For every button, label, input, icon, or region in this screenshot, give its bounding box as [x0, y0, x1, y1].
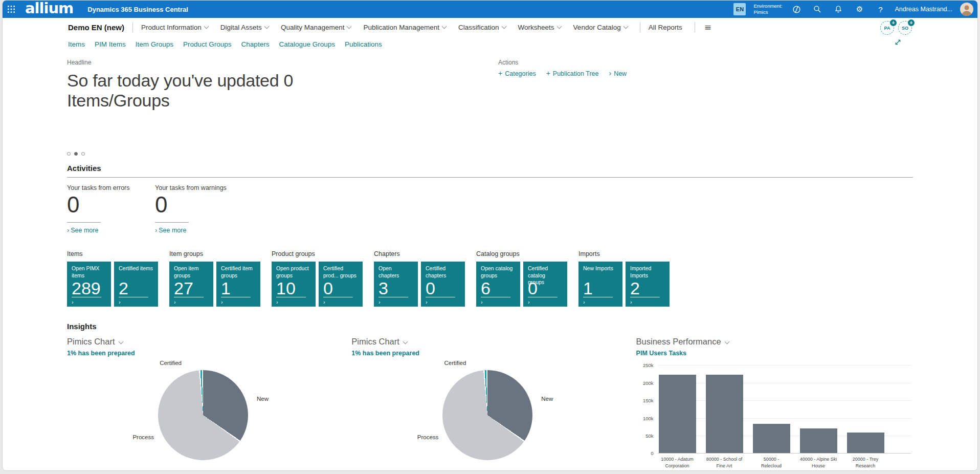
- environment-info[interactable]: Environment: Pimics: [753, 3, 782, 16]
- pie-label-new: New: [541, 396, 553, 402]
- user-avatar[interactable]: [960, 3, 973, 16]
- headline-section: Headline So far today you've updated 0 I…: [67, 59, 913, 135]
- cue-tile-open-product-groups[interactable]: Open product groups10›: [272, 262, 316, 307]
- x-category-label: 50000 - Relecloud: [753, 456, 790, 468]
- sub-nav-publications[interactable]: Publications: [345, 40, 382, 48]
- nav-menu-digital-assets[interactable]: Digital Assets: [220, 24, 269, 31]
- chevron-right-icon: ›: [67, 227, 69, 234]
- cue-tile-value: 0: [323, 279, 358, 297]
- cue-tile-open-chapters[interactable]: Open chapters3›: [374, 262, 418, 307]
- activities-stats: Your tasks from errors0›See moreYour tas…: [67, 184, 913, 234]
- chart-title[interactable]: Pimics Chart: [351, 337, 636, 347]
- app-launcher-waffle-icon[interactable]: [3, 1, 20, 18]
- carousel-dot-1[interactable]: [74, 152, 78, 156]
- action-new[interactable]: ›New: [609, 70, 627, 77]
- user-name[interactable]: Andreas Mastrand...: [895, 6, 952, 13]
- sub-nav-item-groups[interactable]: Item Groups: [136, 40, 173, 48]
- app-title[interactable]: Dynamics 365 Business Central: [87, 6, 188, 13]
- expand-headline-icon[interactable]: [894, 38, 902, 48]
- nav-menu-worksheets[interactable]: Worksheets: [518, 24, 561, 31]
- chart-title[interactable]: Pimics Chart: [67, 337, 351, 347]
- pimics-pie-chart[interactable]: Certified New Process: [158, 370, 248, 460]
- search-icon[interactable]: [811, 3, 824, 16]
- sub-nav-items[interactable]: Items: [68, 40, 85, 48]
- stat-value[interactable]: 0: [155, 192, 243, 217]
- cue-group-label: Item groups: [169, 250, 260, 257]
- chevron-down-icon: [501, 24, 506, 29]
- bar-20000-trey-research[interactable]: [847, 433, 884, 453]
- see-more-link[interactable]: ›See more: [155, 227, 243, 234]
- pim-users-tasks-bar-chart: 250k200k150k100k50k0: [636, 365, 913, 453]
- carousel-dot-2[interactable]: [81, 152, 85, 156]
- cue-tile-certified-catalog-groups[interactable]: Certified catalog groups0›: [523, 262, 567, 307]
- cue-tile-certified-items[interactable]: Certified items2›: [114, 262, 158, 307]
- cue-tile-title: Imported Imports: [630, 265, 665, 278]
- pie-label-process: Process: [387, 434, 438, 440]
- cue-tile-new-imports[interactable]: New Imports1›: [578, 262, 622, 307]
- x-category-label: 40000 - Alpine Ski House: [800, 456, 837, 468]
- pimics-chart-card-2: Pimics Chart 1% has been prepared Certif…: [351, 337, 636, 468]
- nav-all-reports[interactable]: All Reports: [649, 24, 682, 31]
- dynamics365-icon[interactable]: [790, 3, 803, 16]
- chevron-right-icon: ›: [378, 299, 413, 305]
- chevron-right-icon: ›: [72, 299, 106, 305]
- cue-group-items: ItemsOpen PIMX items289›Certified items2…: [67, 250, 158, 307]
- carousel-dot-0[interactable]: [67, 152, 71, 156]
- settings-gear-icon[interactable]: ⚙: [853, 3, 866, 16]
- cue-group-label: Imports: [578, 250, 670, 257]
- cue-tile-imported-imports[interactable]: Imported Imports2›: [626, 262, 670, 307]
- chevron-right-icon: ›: [426, 299, 460, 305]
- language-badge[interactable]: EN: [733, 3, 746, 15]
- topbar-right: EN Environment: Pimics ⚙ ? Andreas Mastr…: [733, 3, 977, 16]
- action-publication-tree[interactable]: +Publication Tree: [546, 70, 599, 77]
- action-links: +Categories+Publication Tree›New: [498, 70, 627, 77]
- chevron-down-icon: [623, 24, 628, 29]
- pimics-pie-chart[interactable]: Certified New Process: [442, 370, 532, 460]
- sub-nav-chapters[interactable]: Chapters: [241, 40, 270, 48]
- cue-tile-value: 10: [276, 279, 311, 297]
- business-performance-card: Business Performance PIM Users Tasks 250…: [636, 337, 913, 468]
- role-badge-pa[interactable]: PA+: [880, 21, 894, 35]
- cue-tile-open-pimx-items[interactable]: Open PIMX items289›: [67, 262, 111, 307]
- bar-50000-relecloud[interactable]: [753, 424, 790, 453]
- y-tick-label: 250k: [643, 362, 654, 368]
- chevron-right-icon: ›: [119, 299, 153, 305]
- nav-menu-quality-management[interactable]: Quality Management: [281, 24, 351, 31]
- nav-menu-classification[interactable]: Classification: [458, 24, 506, 31]
- nav-menu-publication-management[interactable]: Publication Management: [363, 24, 446, 31]
- action-categories[interactable]: +Categories: [498, 70, 536, 77]
- notifications-bell-icon[interactable]: [832, 3, 845, 16]
- help-icon[interactable]: ?: [874, 3, 887, 16]
- nav-menu-product-information[interactable]: Product Information: [141, 24, 208, 31]
- pie-label-process: Process: [103, 434, 154, 440]
- bar-80000-school-of-fine-art[interactable]: [706, 375, 743, 453]
- bar-10000-adatum-corporation[interactable]: [659, 375, 696, 453]
- chart-subtitle-link[interactable]: 1% has been prepared: [67, 350, 351, 357]
- nav-menu-vendor-catalog[interactable]: Vendor Catalog: [573, 24, 628, 31]
- role-badge-so[interactable]: SO+: [898, 21, 912, 35]
- sub-nav-catalogue-groups[interactable]: Catalogue Groups: [279, 40, 335, 48]
- nav-home-demo-en[interactable]: Demo EN (new): [68, 23, 124, 32]
- y-tick-label: 0: [651, 450, 653, 456]
- chart-subtitle-link[interactable]: PIM Users Tasks: [636, 350, 913, 357]
- stat-divider: [155, 222, 189, 223]
- cue-tile-title: Open product groups: [276, 265, 311, 278]
- chart-subtitle-link[interactable]: 1% has been prepared: [351, 350, 636, 357]
- cue-tile-title: Certified item groups: [221, 265, 256, 278]
- chevron-right-icon: ›: [481, 299, 516, 305]
- see-more-link[interactable]: ›See more: [67, 227, 155, 234]
- cue-tile-title: Certified catalog groups: [528, 265, 563, 278]
- stat-value[interactable]: 0: [67, 192, 155, 217]
- cue-tile-certified-chapters[interactable]: Certified chapters0›: [421, 262, 465, 307]
- chart-title[interactable]: Business Performance: [636, 337, 913, 347]
- sub-nav-pim-items[interactable]: PIM Items: [95, 40, 126, 48]
- actions-label: Actions: [498, 59, 627, 66]
- sub-nav-product-groups[interactable]: Product Groups: [183, 40, 232, 48]
- cue-tile-open-item-groups[interactable]: Open item groups27›: [169, 262, 213, 307]
- chevron-right-icon: ›: [583, 299, 618, 305]
- more-options-hamburger-icon[interactable]: ≡: [704, 22, 711, 32]
- bar-40000-alpine-ski-house[interactable]: [800, 428, 837, 453]
- cue-tile-certified-prod-groups[interactable]: Certified prod... groups0›: [319, 262, 363, 307]
- cue-tile-certified-item-groups[interactable]: Certified item groups1›: [216, 262, 260, 307]
- cue-tile-open-catalog-groups[interactable]: Open catalog groups6›: [476, 262, 520, 307]
